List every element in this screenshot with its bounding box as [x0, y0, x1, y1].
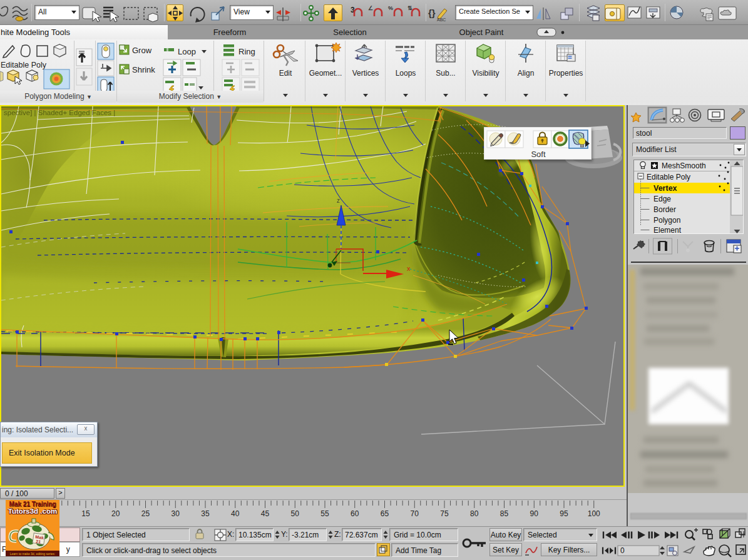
- svg-text:Border: Border: [653, 205, 676, 214]
- svg-text:40: 40: [231, 509, 240, 518]
- svg-text:MeshSmooth: MeshSmooth: [662, 161, 706, 170]
- svg-text:45: 45: [261, 509, 270, 518]
- svg-text:60: 60: [351, 509, 359, 518]
- svg-text:35: 35: [201, 509, 210, 518]
- svg-text:65: 65: [381, 509, 389, 518]
- svg-text:spective] | Shaded+ Edged Face: spective] | Shaded+ Edged Faces |: [4, 109, 115, 116]
- svg-text:0: 0: [620, 546, 625, 555]
- svg-text:Sub...: Sub...: [436, 69, 455, 78]
- svg-text:21: 21: [36, 539, 41, 544]
- svg-text:55: 55: [320, 509, 329, 518]
- svg-text:Vertex: Vertex: [653, 184, 677, 193]
- svg-text:95: 95: [560, 509, 568, 518]
- svg-text:Editable Poly: Editable Poly: [1, 61, 47, 69]
- svg-text:80: 80: [470, 509, 479, 518]
- svg-text:Loop: Loop: [178, 47, 196, 56]
- svg-text:Grow: Grow: [132, 46, 152, 55]
- svg-text:75: 75: [440, 509, 449, 518]
- svg-text:Visibility: Visibility: [472, 69, 499, 78]
- svg-text:{}: {}: [428, 8, 436, 18]
- svg-text:Geomet...: Geomet...: [309, 69, 342, 78]
- svg-text:50: 50: [291, 509, 300, 518]
- svg-text:Ring: Ring: [238, 47, 255, 56]
- svg-text:x: x: [407, 265, 411, 272]
- svg-text:100: 100: [588, 509, 600, 518]
- svg-text:Editable Poly: Editable Poly: [647, 173, 690, 181]
- svg-text:70: 70: [411, 509, 419, 518]
- svg-text:%: %: [388, 5, 393, 11]
- svg-text:15: 15: [81, 509, 90, 518]
- svg-text:∠: ∠: [368, 5, 373, 11]
- svg-text:Shrink: Shrink: [132, 65, 155, 74]
- svg-text:90: 90: [530, 509, 539, 518]
- svg-text:25: 25: [141, 509, 150, 518]
- svg-text:Edge: Edge: [653, 195, 671, 203]
- svg-text:Vertices: Vertices: [352, 69, 379, 78]
- svg-text:Align: Align: [518, 69, 535, 78]
- svg-text:Edit: Edit: [279, 69, 292, 78]
- svg-text:Polygon: Polygon: [653, 216, 680, 225]
- svg-text:⇅: ⇅: [407, 5, 412, 11]
- svg-text:ABC: ABC: [437, 18, 446, 22]
- svg-text:30: 30: [172, 509, 180, 518]
- svg-text:Element: Element: [653, 226, 682, 234]
- svg-text:Properties: Properties: [549, 69, 583, 78]
- svg-text:85: 85: [500, 509, 509, 518]
- svg-text:20: 20: [111, 509, 120, 518]
- svg-text:Loops: Loops: [396, 69, 416, 78]
- svg-text:z: z: [337, 197, 340, 204]
